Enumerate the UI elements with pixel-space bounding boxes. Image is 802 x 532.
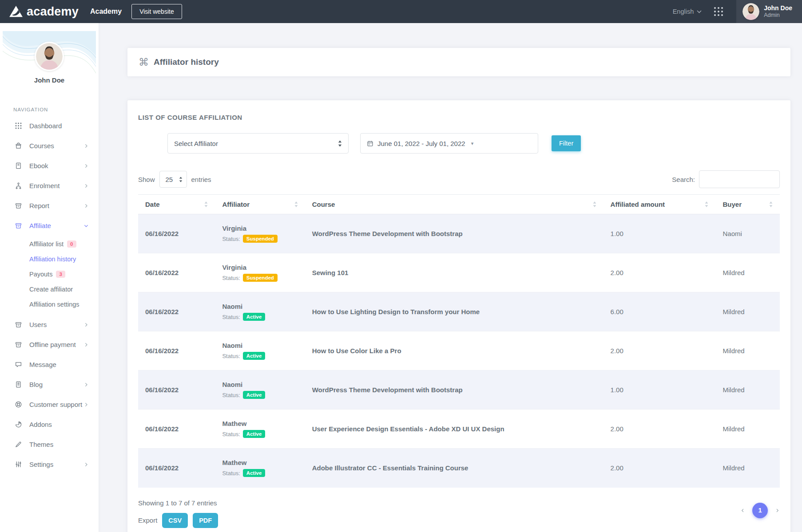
sidebar-item-label: Dashboard [29, 122, 62, 130]
affiliator-select[interactable]: Select Affiliator [167, 133, 349, 154]
submenu-item-create-affiliator[interactable]: Create affiliator [0, 282, 99, 297]
sidebar-item-report[interactable]: Report [0, 196, 99, 216]
chevron-right-icon [83, 203, 89, 209]
date-range-input[interactable]: June 01, 2022 - July 01, 2022 ▾ [360, 133, 538, 154]
sidebar-item-label: Settings [29, 461, 53, 468]
user-role: Admin [764, 12, 792, 19]
brush-icon [15, 441, 23, 448]
sliders-icon [15, 461, 23, 468]
sort-icon [593, 201, 596, 207]
user-menu[interactable]: John Doe Admin [736, 0, 802, 23]
sidebar-item-customer-support[interactable]: Customer support [0, 394, 99, 414]
chevron-right-icon [83, 183, 89, 189]
cell-date: 06/16/2022 [138, 449, 215, 488]
status-badge: Suspended [243, 274, 278, 282]
profile-name: John Doe [0, 76, 99, 84]
search-input[interactable] [699, 170, 780, 188]
sidebar-item-dashboard[interactable]: Dashboard [0, 116, 99, 136]
apps-grid-icon[interactable] [714, 7, 723, 16]
submenu-item-affiliation-history[interactable]: Affiliation history [0, 252, 99, 267]
previous-page-button[interactable] [740, 508, 745, 513]
sidebar-nav: Dashboard Courses Ebook Enrolment [0, 116, 99, 483]
nav-section-label: NAVIGATION [13, 107, 99, 112]
sidebar-item-message[interactable]: Message [0, 355, 99, 374]
sidebar-item-ebook[interactable]: Ebook [0, 156, 99, 176]
submenu-item-payouts[interactable]: Payouts 3 [0, 267, 99, 282]
calendar-icon [367, 140, 373, 147]
sidebar-item-settings[interactable]: Settings [0, 454, 99, 474]
submenu-item-label: Affliliator list [29, 240, 64, 248]
sort-icon [204, 201, 208, 207]
cell-affiliator: Mathew Status:Active [215, 449, 305, 488]
show-label: Show [138, 176, 155, 183]
submenu-item-affiliator-list[interactable]: Affliliator list 0 [0, 236, 99, 252]
archive-icon [15, 321, 23, 328]
export-pdf-button[interactable]: PDF [193, 513, 218, 528]
filter-button[interactable]: Filter [552, 135, 581, 151]
sidebar-item-addons[interactable]: Addons [0, 414, 99, 434]
academy-logo[interactable]: academy [9, 5, 79, 19]
status-badge: Active [243, 469, 266, 477]
submenu-item-affiliation-settings[interactable]: Affiliation settings [0, 297, 99, 312]
table-row: 06/16/2022 Mathew Status:Active Adobe Il… [138, 449, 780, 488]
column-header-date[interactable]: Date [138, 195, 215, 214]
select-arrows-icon [338, 140, 342, 147]
cell-affiliator: Naomi Status:Active [215, 370, 305, 410]
page-title-band: ⌘ Affiliator history [127, 48, 790, 76]
cell-amount: 2.00 [603, 331, 716, 370]
column-header-affiliated-amount[interactable]: Affiliated amount [603, 195, 716, 214]
cell-affiliator: Naomi Status:Active [215, 292, 305, 331]
sidebar-item-label: Customer support [29, 401, 82, 408]
logo-mark-icon [9, 5, 23, 18]
command-icon: ⌘ [139, 57, 149, 67]
submenu-item-label: Affiliation history [29, 256, 76, 263]
cell-amount: 2.00 [603, 449, 716, 488]
table-row: 06/16/2022 Naomi Status:Active How to Us… [138, 292, 780, 331]
cell-affiliator: Naomi Status:Active [215, 331, 305, 370]
cell-amount: 2.00 [603, 253, 716, 292]
chevron-down-icon [697, 10, 702, 13]
page-length-select[interactable]: 25 [159, 171, 187, 188]
cell-course: WordPress Theme Development with Bootstr… [305, 214, 603, 253]
cell-course: User Experience Design Essentials - Adob… [305, 410, 603, 449]
cell-course: Adobe Illustrator CC - Essentials Traini… [305, 449, 603, 488]
submenu-item-label: Affiliation settings [29, 301, 79, 308]
sidebar-item-label: Report [29, 202, 49, 209]
export-label: Export [138, 516, 157, 524]
user-avatar [742, 3, 759, 20]
table-row: 06/16/2022 Virginia Status:Suspended Wor… [138, 214, 780, 253]
shopping-bag-icon [15, 142, 23, 150]
app-name: Academy [90, 8, 122, 16]
export-csv-button[interactable]: CSV [162, 513, 188, 528]
sidebar-item-offline-payment[interactable]: Offline payment [0, 335, 99, 355]
column-header-affiliator[interactable]: Affiliator [215, 195, 305, 214]
cell-date: 06/16/2022 [138, 410, 215, 449]
cell-course: How to Use Lighting Design to Transform … [305, 292, 603, 331]
sidebar-item-blog[interactable]: Blog [0, 374, 99, 394]
table-row: 06/16/2022 Naomi Status:Active How to Us… [138, 331, 780, 370]
next-page-button[interactable] [775, 508, 780, 513]
visit-website-button[interactable]: Visit website [131, 4, 182, 19]
page-number-button[interactable]: 1 [752, 503, 768, 518]
cell-buyer: Mildred [715, 253, 780, 292]
chevron-right-icon [83, 163, 89, 169]
sidebar-item-users[interactable]: Users [0, 315, 99, 335]
language-label: English [673, 8, 694, 15]
sidebar-item-themes[interactable]: Themes [0, 434, 99, 454]
column-header-buyer[interactable]: Buyer [715, 195, 780, 214]
column-header-course[interactable]: Course [305, 195, 603, 214]
cell-buyer: Mildred [715, 449, 780, 488]
cell-date: 06/16/2022 [138, 370, 215, 410]
sidebar-profile[interactable]: John Doe [0, 23, 99, 84]
archive-icon [15, 202, 23, 209]
language-selector[interactable]: English [673, 8, 702, 15]
cell-affiliator: Virginia Status:Suspended [215, 253, 305, 292]
sidebar-item-courses[interactable]: Courses [0, 136, 99, 156]
cell-course: Sewing 101 [305, 253, 603, 292]
table-body: 06/16/2022 Virginia Status:Suspended Wor… [138, 214, 780, 488]
cell-buyer: Mildred [715, 370, 780, 410]
sidebar-item-affiliate[interactable]: Affiliate [0, 216, 99, 236]
archive-icon [15, 341, 23, 348]
sidebar-item-enrolment[interactable]: Enrolment [0, 176, 99, 196]
chevron-right-icon [83, 322, 89, 327]
